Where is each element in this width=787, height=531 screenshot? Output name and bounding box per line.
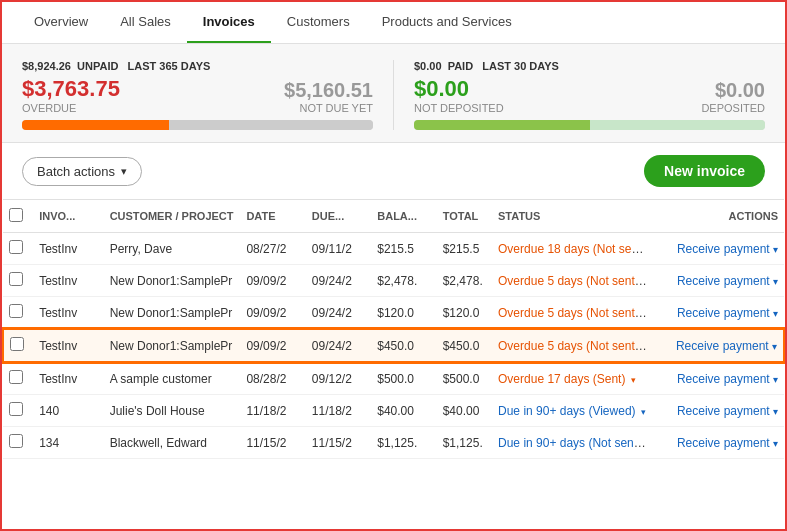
row6-customer[interactable]: Julie's Doll House	[104, 395, 241, 427]
row6-status[interactable]: Due in 90+ days (Viewed) ▾	[492, 395, 653, 427]
row1-total: $215.5	[437, 233, 492, 265]
row1-action-dropdown[interactable]: ▾	[773, 244, 778, 255]
new-invoice-button[interactable]: New invoice	[644, 155, 765, 187]
summary-section: $8,924.26 UNPAID LAST 365 DAYS $3,763.75…	[2, 44, 785, 143]
row7-status-text: Due in 90+ days (Not sent)	[498, 436, 646, 450]
row4-checkbox[interactable]	[10, 337, 24, 351]
row3-status-text: Overdue 5 days (Not sent)	[498, 306, 647, 320]
row1-receive-payment[interactable]: Receive payment	[677, 242, 770, 256]
unpaid-period: LAST 365 DAYS	[128, 60, 211, 72]
invoice-table-wrapper: INVO... CUSTOMER / PROJECT DATE DUE... B…	[2, 199, 785, 459]
paid-badge-label: PAID	[448, 60, 473, 72]
row7-receive-payment[interactable]: Receive payment	[677, 436, 770, 450]
row3-action-dropdown[interactable]: ▾	[773, 308, 778, 319]
row6-receive-payment[interactable]: Receive payment	[677, 404, 770, 418]
row3-date: 09/09/2	[240, 297, 305, 330]
row6-status-dropdown[interactable]: ▾	[641, 407, 646, 417]
row2-balance: $2,478.	[371, 265, 436, 297]
col-header-customer[interactable]: CUSTOMER / PROJECT	[104, 200, 241, 233]
row2-status[interactable]: Overdue 5 days (Not sent) ▾	[492, 265, 653, 297]
row7-date: 11/15/2	[240, 427, 305, 459]
nav-allsales[interactable]: All Sales	[104, 2, 187, 43]
batch-actions-button[interactable]: Batch actions ▾	[22, 157, 142, 186]
row3-checkbox[interactable]	[9, 304, 23, 318]
row4-status[interactable]: Overdue 5 days (Not sent) ▾	[492, 329, 653, 362]
row5-date: 08/28/2	[240, 362, 305, 395]
col-header-inv[interactable]: INVO...	[33, 200, 103, 233]
row2-action-dropdown[interactable]: ▾	[773, 276, 778, 287]
deposited-label: DEPOSITED	[701, 102, 765, 114]
row3-inv[interactable]: TestInv	[33, 297, 103, 330]
row6-balance: $40.00	[371, 395, 436, 427]
row6-total: $40.00	[437, 395, 492, 427]
row4-action-dropdown[interactable]: ▾	[772, 341, 777, 352]
notdeposited-label: NOT DEPOSITED	[414, 102, 504, 114]
row2-checkbox[interactable]	[9, 272, 23, 286]
table-row: TestInv New Donor1:SamplePr 09/09/2 09/2…	[3, 329, 784, 362]
row2-inv[interactable]: TestInv	[33, 265, 103, 297]
table-header-row: INVO... CUSTOMER / PROJECT DATE DUE... B…	[3, 200, 784, 233]
col-header-balance[interactable]: BALA...	[371, 200, 436, 233]
paid-badge-amount: $0.00	[414, 60, 442, 72]
col-header-date[interactable]: DATE	[240, 200, 305, 233]
row4-customer[interactable]: New Donor1:SamplePr	[104, 329, 241, 362]
select-all-checkbox[interactable]	[9, 208, 23, 222]
row6-action-dropdown[interactable]: ▾	[773, 406, 778, 417]
row4-check	[3, 329, 33, 362]
col-header-check	[3, 200, 33, 233]
row1-customer[interactable]: Perry, Dave	[104, 233, 241, 265]
row2-due: 09/24/2	[306, 265, 371, 297]
nav-products[interactable]: Products and Services	[366, 2, 528, 43]
table-row: TestInv New Donor1:SamplePr 09/09/2 09/2…	[3, 297, 784, 330]
row6-checkbox[interactable]	[9, 402, 23, 416]
row5-status-text: Overdue 17 days (Sent)	[498, 372, 625, 386]
summary-unpaid: $8,924.26 UNPAID LAST 365 DAYS $3,763.75…	[22, 60, 394, 130]
overdue-amount: $3,763.75	[22, 76, 120, 102]
row5-action-dropdown[interactable]: ▾	[773, 374, 778, 385]
row7-customer[interactable]: Blackwell, Edward	[104, 427, 241, 459]
row1-actions: Receive payment ▾	[653, 233, 784, 265]
paid-period: LAST 30 DAYS	[482, 60, 559, 72]
row2-customer[interactable]: New Donor1:SamplePr	[104, 265, 241, 297]
row3-actions: Receive payment ▾	[653, 297, 784, 330]
row5-receive-payment[interactable]: Receive payment	[677, 372, 770, 386]
row1-inv[interactable]: TestInv	[33, 233, 103, 265]
col-header-actions: ACTIONS	[653, 200, 784, 233]
row5-status-dropdown[interactable]: ▾	[631, 375, 636, 385]
row7-check	[3, 427, 33, 459]
nav-customers[interactable]: Customers	[271, 2, 366, 43]
col-header-due[interactable]: DUE...	[306, 200, 371, 233]
row1-date: 08/27/2	[240, 233, 305, 265]
row7-total: $1,125.	[437, 427, 492, 459]
row2-receive-payment[interactable]: Receive payment	[677, 274, 770, 288]
row6-inv[interactable]: 140	[33, 395, 103, 427]
col-header-status[interactable]: STATUS	[492, 200, 653, 233]
summary-paid: $0.00 PAID LAST 30 DAYS $0.00 NOT DEPOSI…	[394, 60, 765, 130]
row7-action-dropdown[interactable]: ▾	[773, 438, 778, 449]
row5-customer[interactable]: A sample customer	[104, 362, 241, 395]
row1-checkbox[interactable]	[9, 240, 23, 254]
row3-status[interactable]: Overdue 5 days (Not sent) ▾	[492, 297, 653, 330]
row1-status[interactable]: Overdue 18 days (Not sent) ▾	[492, 233, 653, 265]
row5-status[interactable]: Overdue 17 days (Sent) ▾	[492, 362, 653, 395]
row4-total: $450.0	[437, 329, 492, 362]
row6-check	[3, 395, 33, 427]
row7-status-dropdown[interactable]: ▾	[646, 439, 651, 449]
row4-receive-payment[interactable]: Receive payment	[676, 339, 769, 353]
row5-checkbox[interactable]	[9, 370, 23, 384]
nav-invoices[interactable]: Invoices	[187, 2, 271, 43]
row6-due: 11/18/2	[306, 395, 371, 427]
row1-status-dropdown[interactable]: ▾	[651, 245, 653, 255]
row4-inv[interactable]: TestInv	[33, 329, 103, 362]
row2-actions: Receive payment ▾	[653, 265, 784, 297]
deposited-amount: $0.00	[701, 79, 765, 102]
row7-status[interactable]: Due in 90+ days (Not sent) ▾	[492, 427, 653, 459]
row3-receive-payment[interactable]: Receive payment	[677, 306, 770, 320]
row5-inv[interactable]: TestInv	[33, 362, 103, 395]
nav-overview[interactable]: Overview	[18, 2, 104, 43]
row3-customer[interactable]: New Donor1:SamplePr	[104, 297, 241, 330]
col-header-total[interactable]: TOTAL	[437, 200, 492, 233]
batch-actions-label: Batch actions	[37, 164, 115, 179]
row7-inv[interactable]: 134	[33, 427, 103, 459]
row7-checkbox[interactable]	[9, 434, 23, 448]
